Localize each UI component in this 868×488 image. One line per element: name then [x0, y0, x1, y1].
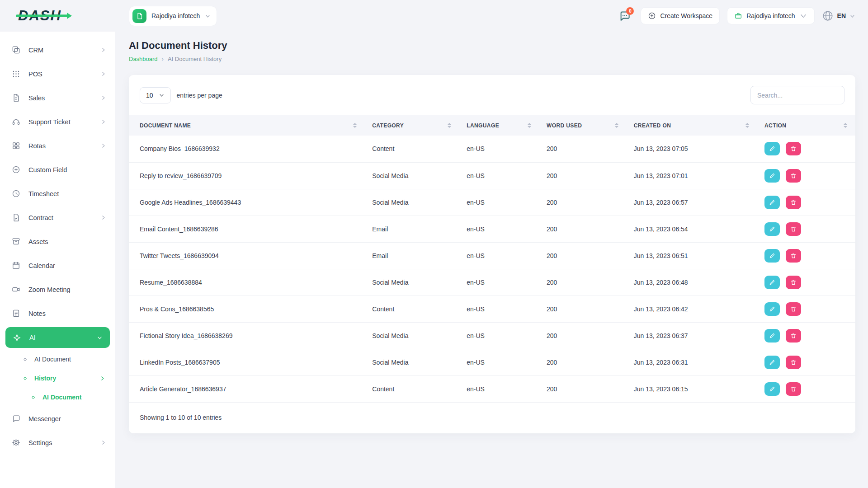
sidebar-item-rotas[interactable]: Rotas	[0, 134, 115, 158]
chevron-down-icon	[849, 13, 855, 19]
delete-button[interactable]	[786, 356, 801, 369]
sidebar-item-sales[interactable]: Sales	[0, 86, 115, 110]
chevron-right-icon	[100, 440, 106, 446]
col-category[interactable]: CATEGORY	[365, 115, 459, 136]
delete-button[interactable]	[786, 382, 801, 396]
table-row: Fictional Story Idea_1686638269 Social M…	[129, 322, 855, 349]
chevron-down-icon	[205, 13, 211, 19]
edit-button[interactable]	[764, 169, 780, 183]
cell-document-name: Twitter Tweets_1686639094	[129, 242, 365, 269]
chevron-right-icon	[99, 375, 105, 381]
sidebar-item-messenger[interactable]: Messenger	[0, 407, 115, 431]
edit-button[interactable]	[764, 249, 780, 263]
sidebar-item-crm[interactable]: CRM	[0, 38, 115, 62]
language-selector[interactable]: EN	[822, 10, 855, 22]
sidebar-item-assets[interactable]: Assets	[0, 230, 115, 253]
edit-button[interactable]	[764, 382, 780, 396]
sort-icon	[528, 123, 531, 128]
col-created-on[interactable]: CREATED ON	[627, 115, 757, 136]
sidebar-item-contract[interactable]: Contract	[0, 206, 115, 230]
delete-button[interactable]	[786, 196, 801, 209]
sales-icon	[12, 94, 21, 102]
breadcrumb-separator: ›	[162, 56, 164, 62]
page-size-select[interactable]: 10	[140, 87, 171, 103]
chevron-down-icon	[799, 12, 807, 20]
col-action[interactable]: ACTION	[757, 115, 855, 136]
delete-button[interactable]	[786, 169, 801, 183]
entries-summary: Showing 1 to 10 of 10 entries	[129, 402, 855, 433]
cell-document-name: Company Bios_1686639932	[129, 136, 365, 162]
cell-action	[757, 322, 855, 349]
ai-icon	[13, 333, 22, 342]
cell-action	[757, 375, 855, 402]
breadcrumb-dashboard-link[interactable]: Dashboard	[129, 56, 158, 62]
sidebar-item-zoom-meeting[interactable]: Zoom Meeting	[0, 277, 115, 301]
cell-category: Content	[365, 136, 459, 162]
sidebar-item-pos[interactable]: POS	[0, 62, 115, 86]
custom-field-icon	[12, 165, 21, 174]
messages-button[interactable]: 0	[618, 10, 631, 22]
sidebar-item-settings[interactable]: Settings	[0, 431, 115, 455]
briefcase-icon	[734, 12, 742, 20]
col-word-used[interactable]: WORD USED	[539, 115, 627, 136]
col-document-name[interactable]: DOCUMENT NAME	[129, 115, 365, 136]
topbar-right: 0 Create Workspace Rajodiya infotech EN	[618, 7, 855, 24]
zoom-meeting-icon	[12, 285, 21, 294]
create-workspace-button[interactable]: Create Workspace	[641, 7, 720, 24]
edit-button[interactable]	[764, 276, 780, 289]
cell-created-on: Jun 13, 2023 06:15	[627, 375, 757, 402]
cell-word-used: 200	[539, 269, 627, 296]
delete-button[interactable]	[786, 329, 801, 343]
sidebar-item-history[interactable]: History	[0, 369, 115, 388]
sidebar-item-support-ticket[interactable]: Support Ticket	[0, 110, 115, 134]
edit-button[interactable]	[764, 356, 780, 369]
edit-button[interactable]	[764, 142, 780, 155]
cell-action	[757, 189, 855, 216]
table-row: Resume_1686638884 Social Media en-US 200…	[129, 269, 855, 296]
sidebar-item-ai[interactable]: AI	[5, 327, 110, 348]
sidebar-item-calendar[interactable]: Calendar	[0, 253, 115, 277]
calendar-icon	[12, 261, 21, 270]
sidebar-item-ai-document[interactable]: AI Document	[0, 350, 115, 369]
delete-button[interactable]	[786, 249, 801, 263]
sidebar-item-timesheet[interactable]: Timesheet	[0, 182, 115, 206]
cell-document-name: Email Content_1686639286	[129, 216, 365, 242]
edit-button[interactable]	[764, 222, 780, 236]
edit-button[interactable]	[764, 196, 780, 209]
delete-button[interactable]	[786, 222, 801, 236]
cell-document-name: Google Ads Headlines_1686639443	[129, 189, 365, 216]
circle-icon	[30, 394, 37, 401]
edit-button[interactable]	[764, 329, 780, 343]
col-language[interactable]: LANGUAGE	[459, 115, 539, 136]
brand-logo[interactable]: DASH	[18, 8, 61, 24]
delete-button[interactable]	[786, 142, 801, 155]
plus-circle-icon	[648, 12, 656, 20]
page-content: AI Document History Dashboard › AI Docum…	[115, 32, 868, 433]
sidebar-item-custom-field[interactable]: Custom Field	[0, 158, 115, 182]
edit-button[interactable]	[764, 302, 780, 316]
rotas-icon	[12, 141, 21, 150]
contract-icon	[12, 213, 21, 222]
cell-created-on: Jun 13, 2023 06:51	[627, 242, 757, 269]
search-input[interactable]	[750, 86, 844, 104]
table-row: Email Content_1686639286 Email en-US 200…	[129, 216, 855, 242]
globe-icon	[822, 10, 834, 22]
cell-word-used: 200	[539, 216, 627, 242]
cell-language: en-US	[459, 375, 539, 402]
chevron-down-icon	[159, 92, 165, 98]
cell-category: Social Media	[365, 322, 459, 349]
sidebar-item-notes[interactable]: Notes	[0, 301, 115, 325]
settings-gear-icon	[12, 438, 21, 447]
delete-button[interactable]	[786, 276, 801, 289]
company-menu-button[interactable]: Rajodiya infotech	[727, 7, 814, 24]
table-row: Article Generator_1686636937 Content en-…	[129, 375, 855, 402]
delete-button[interactable]	[786, 302, 801, 316]
cell-word-used: 200	[539, 296, 627, 322]
topbar: Rajodiya infotech 0 Create Workspace Raj…	[115, 0, 868, 32]
sort-icon	[448, 123, 451, 128]
workspace-selector[interactable]: Rajodiya infotech	[129, 6, 217, 26]
logo-area: DASH	[0, 0, 115, 32]
cell-word-used: 200	[539, 242, 627, 269]
cell-language: en-US	[459, 296, 539, 322]
sidebar-item-history-ai-document[interactable]: AI Document	[0, 388, 115, 407]
